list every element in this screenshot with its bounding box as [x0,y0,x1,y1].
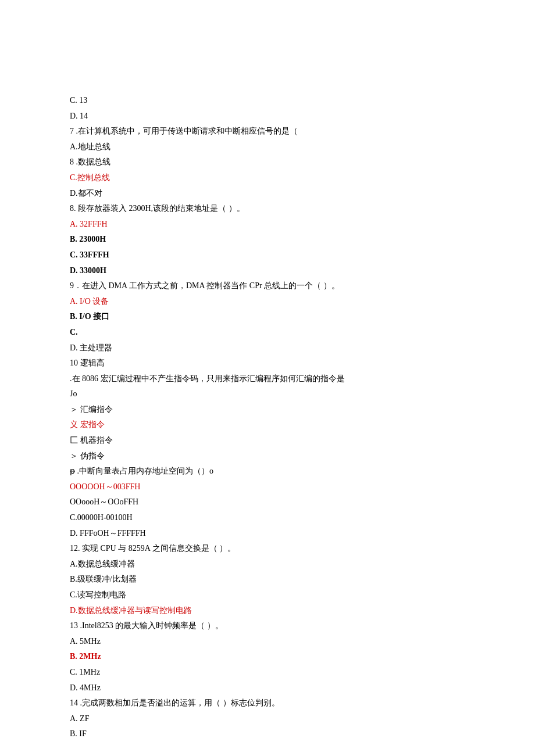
line-q9: 9．在进入 DMA 工作方式之前，DMA 控制器当作 CPr 总线上的一个（ ）… [70,278,465,294]
line-d-cpu: D. 主处理器 [70,341,465,356]
line-d-33000: D. 33000H [70,263,465,279]
line-q7: 7 .在计算机系统中，可用于传送中断请求和中断相应信号的是（ [70,124,465,139]
line-b-cascade: B.级联缓冲/比划器 [70,572,465,587]
line-arrow1: ＞ 汇编指令 [70,402,465,418]
line-machine-label: 匚 机器指令 [70,433,465,449]
line-a-zf: A. ZF [70,711,465,727]
line-d-4mhz: D. 4MHz [70,680,465,696]
line-q12: 12. 实现 CPU 与 8259A 之间信息交换是（ ）。 [70,541,465,557]
line-b-2mhz: B. 2MHz [70,649,465,665]
line-a-5mhz: A. 5MHz [70,634,465,650]
line-q8: 8. 段存放器装入 2300H,该段的结束地址是（ ）。 [70,201,465,217]
line-a-data-buf: A.数据总线缓冲器 [70,557,465,572]
line-c-rw: C.读写控制电路 [70,587,465,603]
line-c13: C. 13 [70,93,465,109]
line-pseudo: ＞ 伪指令 [70,449,465,464]
line-d-none: D.都不对 [70,186,465,202]
line-b-if: B. IF [70,726,465,742]
line-b-io-port: B. I/O 接口 [70,309,465,325]
line-macro: 义 宏指令 [70,417,465,433]
line-a-bus: A.地址总线 [70,139,465,155]
content-area: C. 13 D. 14 7 .在计算机系统中，可用于传送中断请求和中断相应信号的… [70,93,465,742]
line-q11: ᵽ .中断向量表占用内存地址空间为（）o [70,464,465,479]
line-c-empty: C. [70,325,465,341]
line-q13: 13 .Intel8253 的最大输入时钟频率是（ ）。 [70,618,465,634]
line-c-1mhz: C. 1MHz [70,665,465,680]
line-d14: D. 14 [70,109,465,124]
line-a-io-dev: A. I/O 设备 [70,294,465,310]
line-q10-main: .在 8086 宏汇编过程中不产生指令码，只用来指示汇编程序如何汇编的指令是 [70,371,465,387]
line-q10-jo: Jo [70,386,465,402]
line-b-23: B. 23000H [70,232,465,248]
line-c-00000: C.00000H-00100H [70,510,465,526]
line-a-32: A. 32FFFH [70,217,465,232]
line-d-data-rw: D.数据总线缓冲器与读写控制电路 [70,603,465,619]
line-c-ctrl: C.控制总线 [70,170,465,186]
line-a-003: OOOOOH～003FFH [70,479,465,495]
line-q8-data: 8 .数据总线 [70,155,465,170]
line-b-ooo: OOoooH～OOoFFH [70,495,465,510]
line-c-33: C. 33FFFH [70,248,465,263]
line-q14: 14 .完成两数相加后是否溢出的运算，用（ ）标志位判别。 [70,696,465,711]
line-q10-logic: 10 逻辑高 [70,356,465,371]
line-d-fff: D. FFFoOH～FFFFFH [70,526,465,542]
